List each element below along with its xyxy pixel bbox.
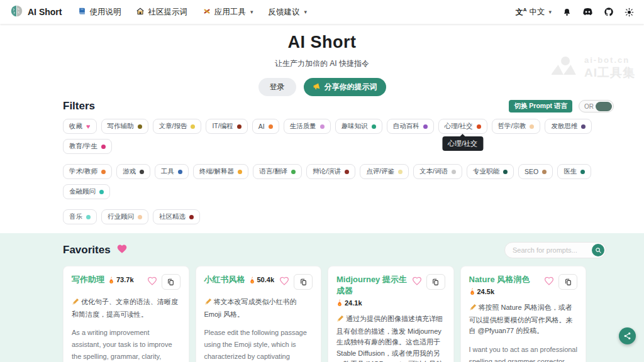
copy-button[interactable]	[162, 274, 180, 290]
filter-pill-label: 写作辅助	[108, 122, 134, 131]
nav-item-docs[interactable]: 使用说明	[78, 7, 121, 18]
hero: AI Short 让生产力加倍的 AI 快捷指令 登录 分享你的提示词 ai-b…	[0, 24, 644, 96]
copy-button[interactable]	[558, 274, 577, 290]
card-description: 通过为提供的图像描述填充详细且有创意的描述，激发 Midjourney 生成独特…	[336, 314, 445, 362]
filter-pill[interactable]: 教育/学生	[63, 139, 112, 154]
filter-pill[interactable]: 语言/翻译	[253, 164, 302, 179]
share-prompt-button[interactable]: 分享你的提示词	[304, 78, 386, 96]
category-color-dot	[86, 215, 91, 219]
filter-tooltip: 心理/社交	[442, 136, 483, 151]
filter-pill[interactable]: 金融顾问	[63, 184, 110, 199]
category-color-dot	[189, 215, 194, 219]
filter-pill-label: 工具	[161, 167, 174, 176]
page-subtitle: 让生产力加倍的 AI 快捷指令	[0, 58, 644, 69]
or-logic-toggle[interactable]: OR	[579, 100, 614, 112]
filter-pill[interactable]: 心理/社交心理/社交	[438, 119, 487, 134]
filter-pill[interactable]: 自动百科	[387, 119, 434, 134]
nav-item-label: 社区提示词	[148, 7, 187, 18]
favorite-heart-button[interactable]	[147, 275, 157, 288]
card-title[interactable]: Midjourney 提示生成器	[336, 274, 408, 297]
copy-button[interactable]	[294, 274, 313, 290]
github-icon[interactable]	[604, 7, 614, 17]
filter-pill[interactable]: 写作辅助	[101, 119, 148, 134]
copy-icon	[299, 278, 308, 286]
favorites-heading: Favorites	[63, 244, 128, 257]
prompt-card[interactable]: 小红书风格 50.4k 将文本改写成类似小红书的 Emoji 风格。 Pl	[196, 266, 322, 362]
toggle-prompt-language-button[interactable]: 切换 Prompt 语言	[509, 100, 572, 112]
copy-icon	[564, 278, 572, 286]
filter-pill-label: 生活质量	[290, 122, 316, 131]
search-button[interactable]	[592, 244, 604, 256]
prompt-card[interactable]: Midjourney 提示生成器 24.1k 通过为提供的图像描述填充详细且有创…	[328, 266, 454, 362]
filters-heading: Filters	[63, 100, 95, 112]
filter-pill-label: 哲学/宗教	[498, 122, 526, 131]
prompt-card[interactable]: 写作助理 73.7k 优化句子、文章的语法、清晰度和简洁度，提高可读性。	[63, 266, 189, 362]
nav-item-tools[interactable]: 应用工具 ▾	[203, 7, 253, 18]
filter-pill[interactable]: AI	[252, 119, 279, 134]
prompt-card[interactable]: Nature 风格润色 24.5k 将按照 Nature 风格润色，或者可以提供…	[460, 266, 587, 362]
filter-pill-label: 教育/学生	[69, 142, 97, 151]
filter-pill-label: 金融顾问	[69, 187, 96, 196]
filter-pill[interactable]: IT/编程	[206, 119, 247, 134]
filter-pill[interactable]: 游戏	[116, 164, 150, 179]
card-popularity: 24.5k	[469, 287, 495, 295]
filter-pill[interactable]: 发散思维	[545, 119, 592, 134]
favorite-heart-button[interactable]	[544, 275, 554, 288]
filter-pill[interactable]: SEO	[518, 164, 553, 179]
copy-button[interactable]	[426, 274, 445, 290]
brand-logo[interactable]: AI Short	[10, 4, 62, 19]
filter-pill-label: 语言/翻译	[259, 167, 287, 176]
filter-pill[interactable]: 生活质量	[284, 119, 331, 134]
floating-share-button[interactable]	[619, 327, 636, 344]
filter-pill[interactable]: 趣味知识	[335, 119, 382, 134]
filter-pill[interactable]: 辩论/演讲	[306, 164, 355, 179]
filter-pill-label: 游戏	[123, 167, 136, 176]
filter-pill[interactable]: 文章/报告	[153, 119, 202, 134]
filter-pill[interactable]: 文本/词语	[413, 164, 462, 179]
search-input[interactable]	[504, 242, 606, 258]
filter-pill-label: 学术/教师	[69, 167, 97, 176]
card-count: 24.5k	[477, 288, 495, 295]
filter-pill[interactable]: 专业职能	[467, 164, 514, 179]
category-color-dot	[269, 124, 273, 129]
filter-pill-label: 行业顾问	[108, 212, 134, 221]
filter-pill-label: 自动百科	[393, 122, 419, 131]
card-prompt-text: As a writing improvement assistant, your…	[72, 327, 180, 362]
notification-bell-icon[interactable]	[562, 8, 572, 17]
filter-pill[interactable]: 工具	[155, 164, 189, 179]
category-color-dot	[238, 170, 242, 174]
filter-pill-label: 趣味知识	[341, 122, 368, 131]
prompt-card-grid: 写作助理 73.7k 优化句子、文章的语法、清晰度和简洁度，提高可读性。	[63, 266, 586, 362]
filter-pill[interactable]: 行业顾问	[101, 209, 148, 224]
tools-icon	[203, 7, 211, 18]
discord-icon[interactable]	[582, 8, 593, 16]
filter-pill[interactable]: 哲学/宗教	[492, 119, 541, 134]
favorite-heart-button[interactable]	[279, 275, 289, 288]
filter-pill[interactable]: 点评/评鉴	[360, 164, 409, 179]
brand-name: AI Short	[28, 7, 62, 17]
card-title[interactable]: Nature 风格润色	[469, 274, 530, 285]
theme-sun-icon[interactable]	[625, 8, 634, 17]
chevron-down-icon: ▾	[250, 9, 253, 15]
filter-pill[interactable]: 收藏♥	[63, 119, 97, 134]
login-button[interactable]: 登录	[258, 78, 296, 96]
filter-pill-label: 文本/词语	[419, 167, 448, 176]
card-description: 优化句子、文章的语法、清晰度和简洁度，提高可读性。	[72, 297, 180, 320]
language-selector[interactable]: 文A 中文 ▾	[516, 7, 552, 18]
filter-pill[interactable]: 终端/解释器	[193, 164, 248, 179]
nav-item-feedback[interactable]: 反馈建议 ▾	[268, 7, 307, 18]
book-icon	[78, 7, 86, 17]
filter-pill[interactable]: 音乐	[63, 209, 97, 224]
card-title[interactable]: 小红书风格	[204, 274, 245, 285]
nav-item-community[interactable]: 社区提示词	[136, 7, 187, 18]
favorite-heart-button[interactable]	[412, 275, 422, 288]
filter-pill[interactable]: 医生	[557, 164, 591, 179]
card-title[interactable]: 写作助理	[72, 274, 104, 285]
flame-icon	[108, 276, 115, 284]
writing-hand-icon	[72, 298, 79, 309]
filter-pill[interactable]: 学术/教师	[63, 164, 112, 179]
category-color-dot	[398, 170, 402, 174]
filter-pill[interactable]: 社区精选	[153, 209, 200, 224]
category-color-dot	[99, 190, 104, 194]
category-color-dot	[320, 124, 325, 129]
